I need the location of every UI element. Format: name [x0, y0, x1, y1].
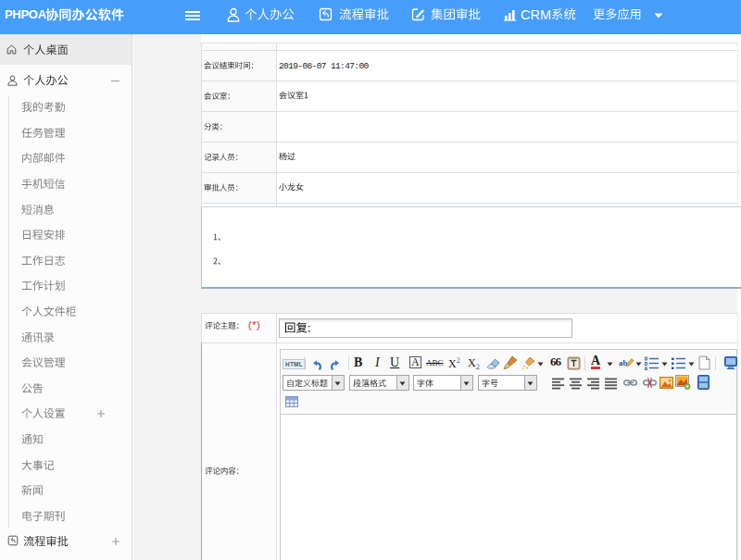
svg-text:ab: ab: [619, 358, 628, 367]
